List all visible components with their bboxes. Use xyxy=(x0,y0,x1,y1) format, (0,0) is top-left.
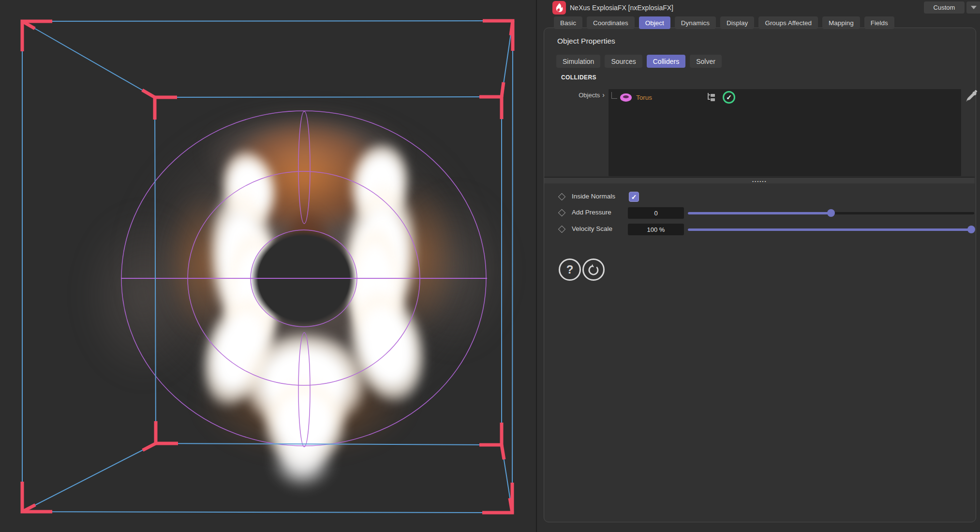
tab-groups-affected[interactable]: Groups Affected xyxy=(758,16,818,29)
resize-dots: ...... xyxy=(752,179,767,182)
enabled-check-icon[interactable]: ✓ xyxy=(723,91,735,104)
chevron-right-icon[interactable]: › xyxy=(602,91,605,99)
subtab-simulation[interactable]: Simulation xyxy=(556,55,600,68)
keyframe-diamond-icon[interactable] xyxy=(558,209,566,217)
tab-dynamics[interactable]: Dynamics xyxy=(675,16,716,29)
objects-label: Objects› xyxy=(551,91,605,99)
keyframe-diamond-icon[interactable] xyxy=(558,226,566,233)
param-row-add-pressure: Add Pressure 0 xyxy=(537,207,980,219)
velocity-scale-input[interactable]: 100 % xyxy=(628,224,684,235)
section-title: Object Properties xyxy=(557,37,615,46)
tab-coordinates[interactable]: Coordinates xyxy=(587,16,635,29)
wireframe-overlay xyxy=(0,0,536,532)
slider-handle[interactable] xyxy=(967,226,975,233)
param-row-velocity-scale: Velocity Scale 100 % xyxy=(537,224,980,235)
add-pressure-label: Add Pressure xyxy=(572,209,611,216)
app-window: { "window": { "title": "NeXus ExplosiaFX… xyxy=(0,0,980,532)
tree-branch-icon xyxy=(611,92,617,99)
viewport-3d[interactable] xyxy=(0,0,536,532)
inside-normals-checkbox[interactable] xyxy=(629,192,639,202)
velocity-scale-slider[interactable] xyxy=(688,228,974,231)
subtab-colliders[interactable]: Colliders xyxy=(647,55,685,68)
tab-basic[interactable]: Basic xyxy=(554,16,582,29)
chevron-down-icon xyxy=(971,6,977,9)
preset-dropdown-button[interactable] xyxy=(966,1,980,14)
slider-fill xyxy=(688,212,831,214)
torus-icon xyxy=(620,93,632,102)
hierarchy-icon[interactable] xyxy=(706,92,716,102)
window-title: NeXus ExplosiaFX [nxExplosiaFX] xyxy=(570,4,673,12)
subtab-sources[interactable]: Sources xyxy=(605,55,642,68)
param-row-inside-normals: Inside Normals xyxy=(537,191,980,203)
velocity-scale-label: Velocity Scale xyxy=(572,225,612,232)
main-tab-bar: Basic Coordinates Object Dynamics Displa… xyxy=(554,16,894,29)
corner-markers xyxy=(22,21,513,513)
object-name: Torus xyxy=(636,94,652,101)
list-resize-handle[interactable]: ...... xyxy=(544,177,975,183)
tab-fields[interactable]: Fields xyxy=(864,16,894,29)
custom-preset-button[interactable]: Custom xyxy=(924,1,965,14)
list-item-torus[interactable]: Torus ✓ xyxy=(609,90,961,105)
objects-list[interactable]: Torus ✓ xyxy=(609,89,961,176)
tab-display[interactable]: Display xyxy=(720,16,754,29)
add-pressure-slider[interactable] xyxy=(688,212,974,214)
attribute-panel: NeXus ExplosiaFX [nxExplosiaFX] Custom B… xyxy=(536,0,980,532)
question-icon: ? xyxy=(566,263,574,276)
reset-button[interactable] xyxy=(582,258,605,281)
slider-fill xyxy=(688,228,971,231)
help-button[interactable]: ? xyxy=(559,258,581,281)
flame-icon xyxy=(552,1,566,15)
colliders-group-label: COLLIDERS xyxy=(561,74,596,81)
torus-wireframe xyxy=(121,111,487,447)
reset-icon xyxy=(587,263,600,276)
subtab-solver[interactable]: Solver xyxy=(690,55,722,68)
bounding-box xyxy=(22,21,513,513)
eyedropper-icon[interactable] xyxy=(965,90,978,103)
inside-normals-label: Inside Normals xyxy=(572,193,615,200)
tab-mapping[interactable]: Mapping xyxy=(822,16,860,29)
add-pressure-input[interactable]: 0 xyxy=(628,207,684,219)
object-properties-tab-bar: Simulation Sources Colliders Solver xyxy=(556,55,722,68)
slider-handle[interactable] xyxy=(827,209,835,217)
tab-object[interactable]: Object xyxy=(639,16,670,29)
keyframe-diamond-icon[interactable] xyxy=(558,193,566,201)
